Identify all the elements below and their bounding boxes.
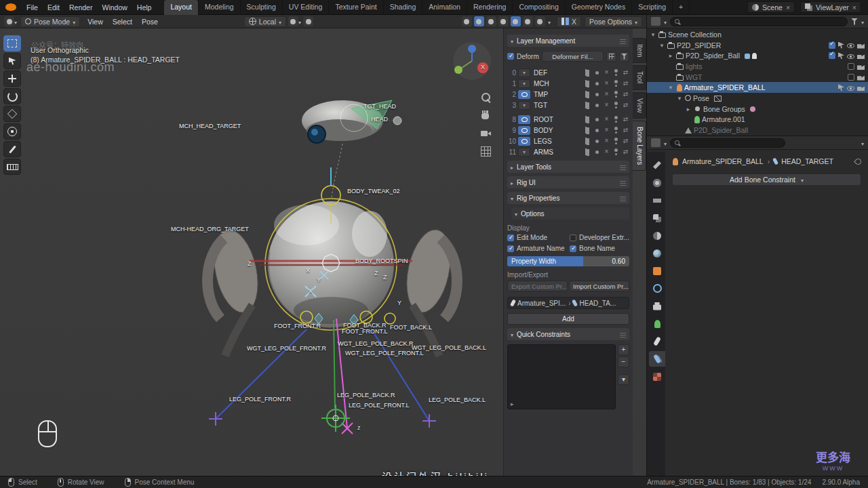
workspace-tab[interactable]: Modeling (199, 0, 241, 15)
item-label[interactable]: Scene Collection (668, 30, 722, 39)
expand-toggle-icon[interactable]: ▾ (676, 95, 683, 102)
check-off-icon[interactable] (848, 63, 854, 70)
layer-filter-icon[interactable] (619, 52, 629, 62)
constraint-list-box[interactable] (507, 344, 616, 409)
cursor-icon[interactable] (838, 84, 844, 91)
editor-type-icon[interactable] (4, 16, 14, 26)
layer-name[interactable]: BODY (532, 127, 582, 134)
properties-tab[interactable] (649, 316, 665, 331)
proportional-edit-icon[interactable] (303, 16, 313, 26)
item-label[interactable]: lights (686, 62, 703, 70)
tool-button[interactable] (3, 35, 21, 52)
layer-grid-icon[interactable] (606, 52, 616, 62)
options-chevron-icon[interactable] (861, 139, 864, 147)
viewport-menu-item[interactable]: Select (108, 18, 137, 26)
tool-button[interactable] (3, 106, 21, 122)
layer-visibility-toggle[interactable] (518, 137, 530, 146)
solo-icon[interactable] (612, 79, 620, 87)
solo-icon[interactable] (612, 137, 620, 145)
flag-icon[interactable] (584, 90, 591, 98)
add-constraint-button[interactable]: Add (507, 313, 629, 325)
properties-search-input[interactable] (670, 138, 785, 148)
swap-icon[interactable] (622, 79, 629, 87)
target-armature[interactable]: Armature_SPI... (517, 300, 566, 307)
outliner-editor-icon[interactable] (651, 17, 660, 26)
item-label[interactable]: P2D_SPIDER (677, 41, 721, 49)
outliner-row[interactable]: WGT (647, 72, 868, 83)
drag-dots-icon[interactable] (620, 331, 626, 338)
item-label[interactable]: WGT (686, 73, 703, 81)
pin-icon[interactable] (854, 157, 863, 166)
workspace-tab[interactable]: Geometry Nodes (566, 0, 632, 15)
camera-icon[interactable] (857, 53, 865, 59)
panel-header-options[interactable]: Options (511, 207, 629, 220)
menu-item[interactable]: Edit (43, 3, 64, 12)
check-off-icon[interactable] (848, 74, 854, 81)
breadcrumb-object[interactable]: Armature_SPIDER_BALL (682, 157, 764, 165)
layer-name[interactable]: TGT (532, 102, 582, 109)
panel-header-rig-properties[interactable]: Rig Properties (507, 192, 629, 204)
scene-selector[interactable]: Scene (747, 1, 795, 13)
display-checkbox[interactable]: Armature Name (507, 245, 567, 252)
outliner-row[interactable]: ▸ P2D_Spider_Ball (647, 50, 868, 61)
editor-type-chevron-icon[interactable] (14, 18, 17, 26)
clear-icon[interactable] (603, 90, 610, 98)
unlink-viewlayer-icon[interactable] (852, 3, 856, 12)
item-label[interactable]: Armature_SPIDER_BALL (684, 83, 766, 92)
properties-tab[interactable] (649, 245, 665, 261)
shading-rendered-icon[interactable] (535, 16, 545, 26)
layer-visibility-toggle[interactable] (518, 148, 530, 157)
tool-button[interactable] (3, 159, 21, 175)
solo-icon[interactable] (612, 126, 620, 134)
editor-chevron-icon[interactable] (664, 139, 667, 147)
swap-icon[interactable] (622, 90, 629, 98)
workspace-tab[interactable]: Texture Paint (329, 0, 383, 15)
flag-icon[interactable] (584, 68, 591, 77)
solo-icon[interactable] (612, 115, 620, 123)
dot-icon[interactable] (593, 79, 601, 87)
eye-icon[interactable] (847, 86, 854, 91)
properties-tab[interactable] (649, 298, 665, 314)
import-custom-properties-button[interactable]: Import Custom Pr... (569, 281, 629, 291)
property-width-slider[interactable]: Property Width 0.60 (507, 256, 629, 266)
swap-icon[interactable] (622, 137, 629, 145)
item-label[interactable]: Pose (693, 94, 709, 102)
overlays-toggle-icon[interactable] (474, 16, 484, 26)
outliner-row[interactable]: ▾ P2D_SPIDER (647, 40, 868, 51)
display-checkbox[interactable]: Developer Extr... (570, 234, 629, 241)
camera-icon[interactable] (857, 85, 865, 91)
layer-name[interactable]: TMP (532, 91, 582, 98)
clear-icon[interactable] (603, 126, 610, 134)
expand-toggle-icon[interactable]: ▸ (685, 106, 692, 113)
item-label[interactable]: Bone Groups (703, 105, 745, 113)
camera-view-icon[interactable] (479, 127, 492, 140)
image-icon[interactable] (714, 96, 722, 102)
remove-item-button[interactable] (618, 357, 629, 367)
camera-icon[interactable] (857, 43, 865, 49)
swap-icon[interactable] (622, 126, 629, 134)
properties-tab[interactable] (649, 263, 665, 279)
gizmo-toggle-icon[interactable] (462, 16, 472, 26)
drag-dots-icon[interactable] (620, 180, 626, 186)
layer-visibility-toggle[interactable] (518, 101, 530, 110)
display-checkbox[interactable]: Bone Name (570, 245, 629, 252)
outliner-row[interactable]: ▾ Pose (647, 93, 868, 104)
panel-header-quick-constraints[interactable]: Quick Constraints (507, 328, 629, 340)
camera-icon[interactable] (857, 64, 865, 70)
dot-icon[interactable] (593, 101, 601, 109)
properties-tab[interactable] (649, 157, 665, 173)
layer-name[interactable]: ROOT (532, 116, 582, 123)
layer-name[interactable]: ARMS (532, 148, 582, 156)
drag-dots-icon[interactable] (620, 38, 626, 44)
item-label[interactable]: P2D_Spider_Ball (694, 126, 748, 134)
outliner-row[interactable]: ▸ Bone Groups (647, 104, 868, 115)
n-panel-tab[interactable]: Tool (633, 65, 646, 89)
flag-icon[interactable] (584, 148, 591, 156)
viewport-menu-item[interactable]: View (83, 18, 108, 26)
pan-hand-icon[interactable] (479, 109, 492, 121)
properties-tab[interactable] (649, 175, 665, 190)
expand-toggle-icon[interactable]: ▾ (658, 42, 665, 49)
shading-solid-icon[interactable] (511, 16, 521, 26)
shading-wireframe-icon[interactable] (498, 16, 509, 26)
dot-icon[interactable] (593, 148, 601, 156)
